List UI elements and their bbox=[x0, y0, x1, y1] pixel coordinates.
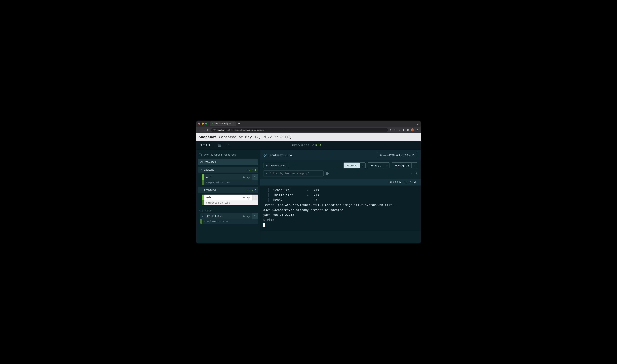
warnings-group: Warnings (0) ⌄ bbox=[392, 162, 417, 169]
pod-id-text: web-7797fc6bfc-rtlt2 Pod ID bbox=[383, 154, 414, 156]
content-pane: 🔗 localhost:5735/ ⧉ web-7797fc6bfc-rtlt2… bbox=[260, 150, 421, 244]
svg-rect-6 bbox=[228, 144, 229, 144]
address-bar: ← → ⟳ ⓘ localhost:56544/snapshot/local/r… bbox=[196, 127, 421, 133]
close-window-icon[interactable] bbox=[198, 123, 200, 125]
site-info-icon[interactable]: ⓘ bbox=[213, 129, 216, 131]
all-levels-button[interactable]: All Levels bbox=[344, 162, 360, 169]
font-size-toggle: A | A bbox=[411, 172, 417, 175]
resource-name: (Tiltfile) bbox=[207, 215, 241, 218]
list-view-icon[interactable] bbox=[226, 143, 230, 147]
app-window: T Snapshot: 3/3 | Tilt ✕ + ⌄ ← → ⟳ ⓘ loc… bbox=[196, 120, 421, 244]
group-count: ✓ 1 / 1 bbox=[246, 189, 256, 191]
svg-point-7 bbox=[227, 145, 227, 145]
menu-icon[interactable]: ⋮ bbox=[416, 129, 419, 131]
all-resources-button[interactable]: All Resources bbox=[198, 159, 258, 165]
resource-time: 4m ago bbox=[243, 215, 250, 218]
panel-icon[interactable]: ◧ bbox=[407, 129, 409, 131]
resource-time: 4m ago bbox=[243, 176, 250, 179]
share-icon[interactable]: ⇧ bbox=[394, 129, 396, 131]
resource-name: web bbox=[206, 196, 241, 199]
endpoint-link[interactable]: localhost:5735/ bbox=[268, 154, 293, 157]
profile-avatar-icon[interactable] bbox=[411, 129, 414, 131]
group-name: backend bbox=[204, 168, 245, 171]
filter-row: ⏷ i A | A bbox=[260, 170, 421, 179]
pod-id-chip[interactable]: ⧉ web-7797fc6bfc-rtlt2 Pod ID bbox=[377, 152, 417, 158]
font-large-icon[interactable]: A bbox=[415, 172, 417, 175]
status-indicator bbox=[202, 174, 204, 180]
url-field[interactable]: ⓘ localhost:56544/snapshot/local/r/web/o… bbox=[211, 128, 388, 132]
minimize-window-icon[interactable] bbox=[202, 123, 204, 125]
resource-status: Completed in 1.5s bbox=[204, 200, 258, 205]
chevron-down-icon: ▼ bbox=[200, 189, 202, 191]
extensions-icon[interactable]: ✦ bbox=[403, 129, 404, 131]
show-disabled-label: Show disabled resources bbox=[204, 153, 236, 156]
maximize-window-icon[interactable] bbox=[205, 123, 207, 125]
snapshot-label[interactable]: Snapshot bbox=[199, 135, 217, 139]
url-host: localhost bbox=[217, 129, 225, 131]
new-tab-button[interactable]: + bbox=[237, 122, 241, 125]
browser-tab[interactable]: T Snapshot: 3/3 | Tilt ✕ bbox=[210, 121, 236, 126]
log-line: ┊Initialized-<1s bbox=[263, 193, 417, 197]
endpoint: 🔗 localhost:5735/ bbox=[263, 154, 293, 157]
level-filters: All Levels ⌄ Errors (0) ⌄ Warnings (0) ⌄ bbox=[344, 162, 417, 169]
url-port: :56544 bbox=[227, 129, 233, 131]
build-banner: Initial Build bbox=[260, 179, 421, 185]
resource-item-web[interactable]: web 4m ago ↻ Completed in 1.5s bbox=[202, 195, 258, 205]
resource-name: api bbox=[206, 176, 241, 179]
log-line: [event: pod web-7797fc6bfc-rtlt2] Contai… bbox=[263, 202, 417, 212]
log-line: ┊Ready-2s bbox=[263, 197, 417, 202]
forward-icon[interactable]: → bbox=[203, 129, 205, 131]
group-name: frontend bbox=[204, 189, 245, 192]
tilt-logo[interactable]: TILT bbox=[200, 143, 211, 147]
filter-input-wrap[interactable]: ⏷ bbox=[263, 170, 323, 176]
font-small-icon[interactable]: A bbox=[411, 172, 413, 175]
resource-item-api[interactable]: api 4m ago ↻ Completed in 1.6s bbox=[202, 174, 258, 185]
warnings-dropdown[interactable]: ⌄ bbox=[411, 162, 417, 169]
show-disabled-toggle[interactable]: Show disabled resources bbox=[198, 153, 258, 159]
close-tab-icon[interactable]: ✕ bbox=[232, 122, 234, 125]
log-line: $ vite bbox=[263, 217, 417, 222]
warnings-button[interactable]: Warnings (0) bbox=[392, 162, 411, 169]
reload-icon[interactable]: ⟳ bbox=[207, 129, 209, 131]
all-levels-dropdown[interactable]: ⌄ bbox=[360, 162, 366, 169]
resources-summary: RESOURCES ✓ 3 / 3 bbox=[292, 144, 321, 147]
tabs-menu-icon[interactable]: ⌄ bbox=[416, 122, 419, 125]
filter-icon: ⏷ bbox=[266, 172, 268, 175]
tilt-header: TILT RESOURCES ✓ 3 / 3 bbox=[196, 141, 421, 150]
tab-title: Snapshot: 3/3 | Tilt bbox=[214, 122, 231, 125]
disable-resource-button[interactable]: Disable Resource bbox=[263, 163, 289, 169]
snapshot-banner: Snapshot (created at May 12, 2022 2:37 P… bbox=[196, 133, 421, 141]
content-header: 🔗 localhost:5735/ ⧉ web-7797fc6bfc-rtlt2… bbox=[260, 150, 421, 160]
grid-view-icon[interactable] bbox=[218, 143, 221, 147]
refresh-icon[interactable]: ↻ bbox=[252, 195, 258, 200]
all-levels-group: All Levels ⌄ bbox=[344, 162, 366, 169]
separator: | bbox=[414, 172, 414, 175]
log-line: yarn run v1.22.18 bbox=[263, 212, 417, 217]
toolbar-icons: ⊕ ⇧ ☆ ✦ ◧ ⋮ bbox=[390, 129, 419, 131]
bookmark-icon[interactable]: ☆ bbox=[398, 129, 400, 131]
status-indicator bbox=[202, 180, 204, 185]
refresh-icon[interactable]: ↻ bbox=[252, 213, 258, 219]
svg-point-5 bbox=[227, 144, 227, 144]
refresh-icon[interactable]: ↻ bbox=[252, 174, 258, 180]
copy-icon: ⧉ bbox=[380, 154, 382, 156]
resources-label: RESOURCES bbox=[292, 144, 309, 147]
zoom-icon[interactable]: ⊕ bbox=[390, 129, 392, 131]
errors-dropdown[interactable]: ⌄ bbox=[384, 162, 390, 169]
snapshot-meta: (created at May 12, 2022 2:37 PM) bbox=[217, 135, 292, 139]
window-controls bbox=[198, 123, 207, 125]
group-header-frontend[interactable]: ▼ frontend ✓ 1 / 1 bbox=[198, 187, 258, 193]
chevron-down-icon: ▼ bbox=[200, 169, 202, 171]
link-icon: 🔗 bbox=[263, 154, 267, 157]
url-path: /snapshot/local/r/web/overview bbox=[235, 129, 264, 131]
info-icon[interactable]: i bbox=[326, 172, 329, 175]
svg-point-9 bbox=[227, 146, 227, 146]
errors-button[interactable]: Errors (0) bbox=[368, 162, 384, 169]
back-icon[interactable]: ← bbox=[198, 129, 201, 131]
filter-input[interactable] bbox=[270, 172, 321, 175]
resource-item-tiltfile[interactable]: ✓ (Tiltfile) 4m ago ↻ Completed in 0.0s bbox=[200, 213, 258, 224]
log-line: ┊Scheduled-<1s bbox=[263, 188, 417, 193]
svg-rect-0 bbox=[218, 144, 221, 147]
checkbox-icon[interactable] bbox=[199, 154, 202, 156]
group-header-backend[interactable]: ▼ backend ✓ 1 / 1 bbox=[198, 167, 258, 173]
